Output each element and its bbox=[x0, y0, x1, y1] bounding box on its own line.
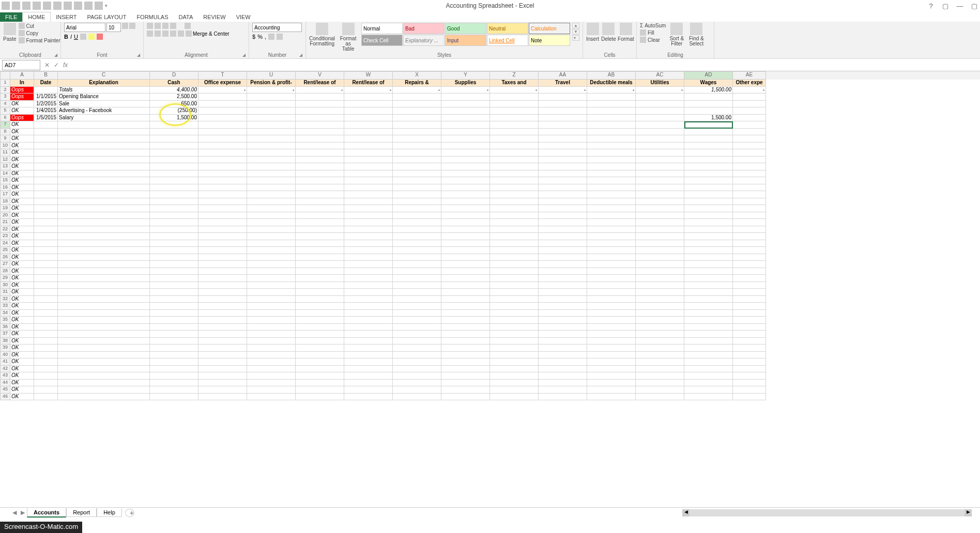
cell-AB38[interactable] bbox=[587, 338, 636, 345]
cell-AD7[interactable] bbox=[684, 121, 733, 129]
cell-A11[interactable]: OK bbox=[10, 149, 34, 156]
cell-AD6[interactable]: 1,500.00 bbox=[684, 115, 733, 122]
style-input[interactable]: Input bbox=[445, 35, 486, 46]
cell-A4[interactable]: OK bbox=[10, 101, 34, 108]
cell-AD28[interactable] bbox=[684, 268, 733, 275]
cell-AB22[interactable] bbox=[587, 226, 636, 233]
cell-D37[interactable] bbox=[150, 331, 198, 338]
cell-Z43[interactable] bbox=[490, 372, 539, 380]
cell-C24[interactable] bbox=[58, 240, 150, 247]
row-header-18[interactable]: 18 bbox=[0, 198, 10, 206]
cell-A8[interactable]: OK bbox=[10, 129, 34, 136]
cell-T38[interactable] bbox=[198, 338, 247, 345]
cell-C31[interactable] bbox=[58, 289, 150, 296]
cell-A22[interactable]: OK bbox=[10, 226, 34, 233]
cell-A39[interactable]: OK bbox=[10, 344, 34, 352]
cell-Y13[interactable] bbox=[441, 163, 490, 170]
cell-D25[interactable] bbox=[150, 247, 198, 254]
cell-AD19[interactable] bbox=[684, 205, 733, 212]
cell-A10[interactable]: OK bbox=[10, 143, 34, 150]
cell-AC44[interactable] bbox=[636, 380, 684, 387]
cell-AE24[interactable] bbox=[733, 240, 766, 247]
cell-A23[interactable]: OK bbox=[10, 233, 34, 240]
cell-D27[interactable] bbox=[150, 261, 198, 268]
cell-A32[interactable]: OK bbox=[10, 296, 34, 303]
cell-V26[interactable] bbox=[296, 254, 344, 261]
cell-W27[interactable] bbox=[344, 261, 393, 268]
cell-W8[interactable] bbox=[344, 129, 393, 136]
cell-C7[interactable] bbox=[58, 121, 150, 129]
orientation-icon[interactable] bbox=[170, 23, 176, 29]
cell-W28[interactable] bbox=[344, 268, 393, 275]
cell-AC19[interactable] bbox=[636, 205, 684, 212]
help-icon[interactable]: ? bbox=[927, 2, 935, 10]
cell-D19[interactable] bbox=[150, 205, 198, 212]
cell-C43[interactable] bbox=[58, 372, 150, 380]
cell-A1[interactable]: In bbox=[10, 80, 34, 87]
cell-C37[interactable] bbox=[58, 331, 150, 338]
cell-AE34[interactable] bbox=[733, 310, 766, 317]
cell-B20[interactable] bbox=[34, 212, 58, 220]
cell-U8[interactable] bbox=[247, 129, 296, 136]
cell-AE36[interactable] bbox=[733, 324, 766, 331]
cell-T29[interactable] bbox=[198, 275, 247, 282]
cell-B5[interactable]: 1/4/2015 bbox=[34, 107, 58, 115]
cell-V12[interactable] bbox=[296, 156, 344, 164]
col-header-Z[interactable]: Z bbox=[490, 71, 539, 80]
row-header-29[interactable]: 29 bbox=[0, 275, 10, 282]
cell-D3[interactable]: 2,500.00 bbox=[150, 93, 198, 101]
cell-AA32[interactable] bbox=[539, 296, 587, 303]
cell-X31[interactable] bbox=[393, 289, 441, 296]
cell-AA21[interactable] bbox=[539, 219, 587, 226]
cell-Y41[interactable] bbox=[441, 358, 490, 366]
cell-Z45[interactable] bbox=[490, 386, 539, 394]
cell-Z13[interactable] bbox=[490, 163, 539, 170]
cell-X19[interactable] bbox=[393, 205, 441, 212]
cell-AA10[interactable] bbox=[539, 143, 587, 150]
row-header-20[interactable]: 20 bbox=[0, 212, 10, 220]
cell-X38[interactable] bbox=[393, 338, 441, 345]
cell-V18[interactable] bbox=[296, 198, 344, 206]
cell-D23[interactable] bbox=[150, 233, 198, 240]
cell-A43[interactable]: OK bbox=[10, 372, 34, 380]
cell-AD4[interactable] bbox=[684, 101, 733, 108]
cell-D17[interactable] bbox=[150, 191, 198, 198]
cell-V9[interactable] bbox=[296, 135, 344, 143]
cell-U1[interactable]: Pension & profit- bbox=[247, 80, 296, 87]
tab-insert[interactable]: INSERT bbox=[51, 12, 82, 22]
shrink-font-icon[interactable] bbox=[129, 23, 135, 29]
cell-AB37[interactable] bbox=[587, 331, 636, 338]
cell-X43[interactable] bbox=[393, 372, 441, 380]
cell-AB30[interactable] bbox=[587, 282, 636, 289]
cell-AA8[interactable] bbox=[539, 129, 587, 136]
cell-AD1[interactable]: Wages bbox=[684, 80, 733, 87]
cell-AC25[interactable] bbox=[636, 247, 684, 254]
sheet-nav-next-icon[interactable]: ▶ bbox=[19, 509, 27, 516]
cell-Z33[interactable] bbox=[490, 303, 539, 310]
row-header-25[interactable]: 25 bbox=[0, 247, 10, 254]
cell-W12[interactable] bbox=[344, 156, 393, 164]
cell-A26[interactable]: OK bbox=[10, 254, 34, 261]
cell-C32[interactable] bbox=[58, 296, 150, 303]
cell-AE22[interactable] bbox=[733, 226, 766, 233]
cell-AA36[interactable] bbox=[539, 324, 587, 331]
cell-AB23[interactable] bbox=[587, 233, 636, 240]
cell-D8[interactable] bbox=[150, 129, 198, 136]
cell-AC38[interactable] bbox=[636, 338, 684, 345]
cell-AD37[interactable] bbox=[684, 331, 733, 338]
cell-Z3[interactable] bbox=[490, 93, 539, 101]
cell-W17[interactable] bbox=[344, 191, 393, 198]
name-box[interactable] bbox=[2, 60, 40, 70]
cell-AC4[interactable] bbox=[636, 101, 684, 108]
format-painter-button[interactable]: Format Painter bbox=[19, 37, 60, 43]
cell-AC21[interactable] bbox=[636, 219, 684, 226]
row-header-37[interactable]: 37 bbox=[0, 331, 10, 338]
cell-AA42[interactable] bbox=[539, 366, 587, 373]
cell-V34[interactable] bbox=[296, 310, 344, 317]
cell-AB36[interactable] bbox=[587, 324, 636, 331]
cell-U41[interactable] bbox=[247, 358, 296, 366]
cell-U11[interactable] bbox=[247, 149, 296, 156]
row-header-27[interactable]: 27 bbox=[0, 261, 10, 268]
cell-D28[interactable] bbox=[150, 268, 198, 275]
new-sheet-button[interactable]: + bbox=[125, 509, 134, 517]
